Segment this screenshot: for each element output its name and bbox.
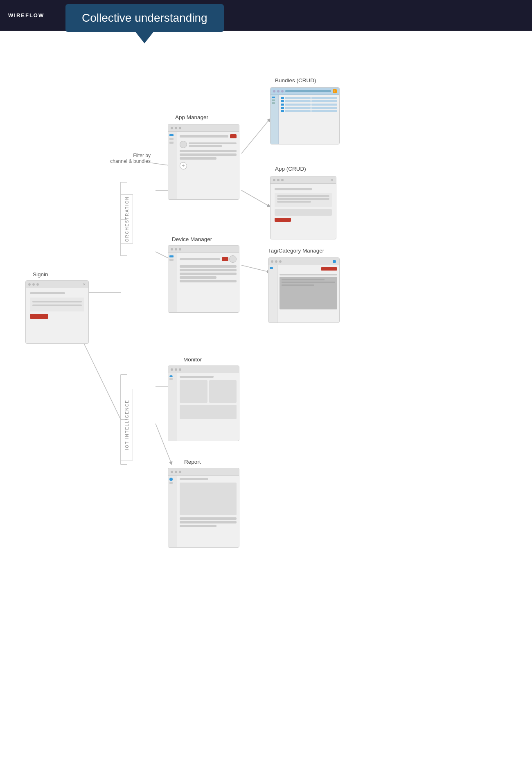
orchestration-label: ORCHESTRATION [125, 196, 129, 242]
app-crud-screen: ✕ [270, 176, 336, 239]
monitor-label: Monitor [183, 356, 202, 363]
main-canvas: Signin ✕ ORCHESTRATION Filter bychannel … [0, 31, 532, 767]
signin-screen: ✕ [25, 280, 89, 344]
signin-label: Signin [33, 271, 48, 277]
iot-intelligence-group: IOT INTELLIGENCE [121, 389, 133, 460]
speech-bubble: Collective understanding [65, 4, 224, 32]
filter-annotation: Filter bychannel & bundles [93, 153, 151, 164]
report-screen [168, 468, 239, 548]
svg-line-6 [241, 190, 270, 207]
page-title: Collective understanding [82, 11, 207, 24]
app-manager-screen: − + [168, 124, 239, 200]
tag-category-label: Tag/Category Manager [268, 248, 324, 254]
iot-intelligence-label: IOT INTELLIGENCE [125, 399, 129, 450]
bundles-label: Bundles (CRUD) [275, 77, 316, 83]
device-manager-label: Device Manager [172, 236, 212, 242]
svg-line-5 [241, 119, 270, 153]
monitor-screen [168, 365, 239, 441]
wireflow-logo: WIREFLOW [8, 12, 44, 18]
app-manager-label: App Manager [175, 114, 208, 120]
svg-line-7 [241, 265, 270, 272]
device-manager-screen [168, 245, 239, 313]
bundles-screen: + [270, 87, 340, 144]
app-crud-label: App (CRUD) [275, 166, 306, 172]
orchestration-group: ORCHESTRATION [121, 194, 133, 244]
svg-line-19 [83, 342, 121, 420]
top-bar: WIREFLOW Collective understanding [0, 0, 532, 31]
tag-category-screen [268, 257, 340, 323]
report-label: Report [184, 459, 201, 465]
connectors-svg [0, 31, 532, 767]
